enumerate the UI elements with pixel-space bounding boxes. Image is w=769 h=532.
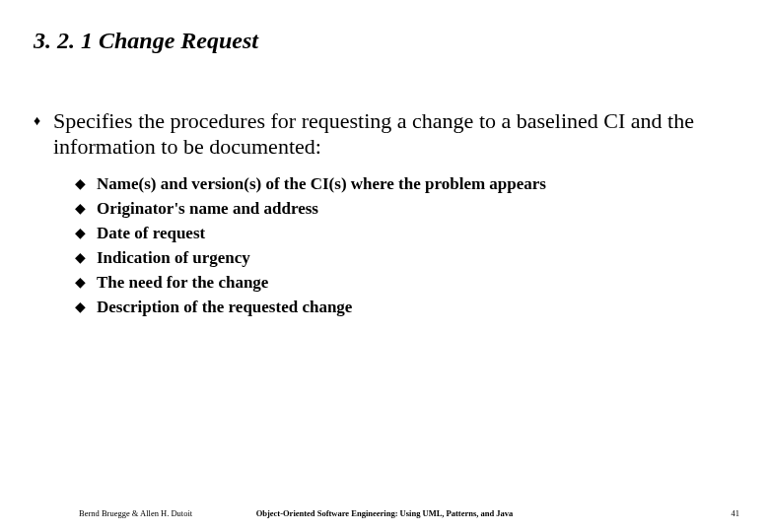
list-item: ◆ Name(s) and version(s) of the CI(s) wh…: [75, 173, 735, 195]
lvl2-text: Name(s) and version(s) of the CI(s) wher…: [97, 173, 546, 195]
lvl1-text: Specifies the procedures for requesting …: [53, 108, 735, 160]
lvl2-text: Originator's name and address: [97, 198, 318, 220]
diamond-filled-icon: ◆: [75, 247, 97, 269]
slide-title: 3. 2. 1 Change Request: [34, 28, 258, 54]
lvl2-text: Date of request: [97, 223, 205, 244]
diamond-filled-icon: ◆: [75, 173, 97, 195]
lvl2-text: The need for the change: [97, 272, 268, 294]
slide-footer: Bernd Bruegge & Allen H. Dutoit Object-O…: [0, 500, 769, 518]
list-item: ◆ Indication of urgency: [75, 247, 735, 269]
diamond-filled-icon: ◆: [75, 198, 97, 220]
lvl2-list: ◆ Name(s) and version(s) of the CI(s) wh…: [75, 173, 735, 318]
diamond-outline-icon: ♦: [34, 108, 53, 134]
list-item: ◆ Date of request: [75, 223, 735, 244]
slide: 3. 2. 1 Change Request ♦ Specifies the p…: [0, 0, 769, 532]
lvl2-text: Description of the requested change: [97, 297, 352, 318]
footer-page-number: 41: [732, 508, 740, 518]
footer-book-title: Object-Oriented Software Engineering: Us…: [0, 508, 769, 518]
list-item: ◆ Originator's name and address: [75, 198, 735, 220]
list-item: ◆ Description of the requested change: [75, 297, 735, 318]
diamond-filled-icon: ◆: [75, 223, 97, 244]
lvl2-text: Indication of urgency: [97, 247, 250, 269]
diamond-filled-icon: ◆: [75, 297, 97, 318]
slide-body: ♦ Specifies the procedures for requestin…: [34, 108, 735, 321]
bullet-lvl1: ♦ Specifies the procedures for requestin…: [34, 108, 735, 160]
list-item: ◆ The need for the change: [75, 272, 735, 294]
diamond-filled-icon: ◆: [75, 272, 97, 294]
